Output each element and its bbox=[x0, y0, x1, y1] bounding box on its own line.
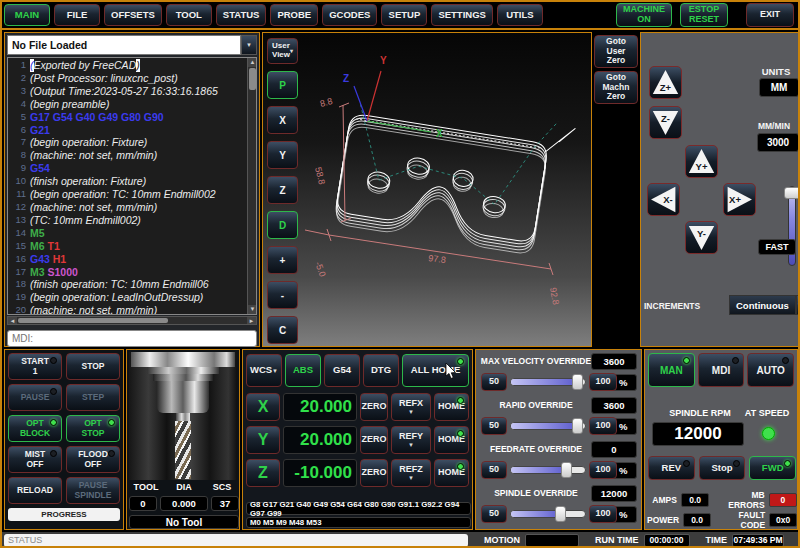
jog-z-plus-button[interactable]: Z+ bbox=[649, 66, 682, 99]
override-min-button[interactable]: 50 bbox=[481, 373, 507, 391]
slider-handle[interactable] bbox=[572, 374, 583, 390]
override-min-button[interactable]: 50 bbox=[481, 461, 507, 479]
slider-handle[interactable] bbox=[555, 506, 566, 522]
pause-spindle-button[interactable]: PAUSE SPINDLE bbox=[66, 477, 120, 504]
start-1-button[interactable]: START 1 bbox=[8, 353, 62, 380]
increments-dropdown-button[interactable]: ▼ bbox=[796, 295, 800, 315]
auto-mode-button[interactable]: AUTO bbox=[747, 353, 794, 387]
override-max-button[interactable]: 100 bbox=[589, 417, 617, 435]
override-max-button[interactable]: 100 bbox=[589, 505, 617, 523]
menu-tab-setup[interactable]: SETUP bbox=[381, 4, 427, 26]
jog-y-plus-button[interactable]: Y+ bbox=[685, 145, 718, 178]
refz-button[interactable]: REFZ▼ bbox=[391, 459, 431, 487]
zero-y-button[interactable]: ZERO bbox=[360, 426, 388, 454]
override-slider[interactable] bbox=[510, 466, 586, 474]
line-number: 9 bbox=[9, 162, 26, 175]
zero-x-button[interactable]: ZERO bbox=[360, 393, 388, 421]
home-z-button[interactable]: HOME bbox=[434, 459, 469, 487]
scroll-up-icon[interactable]: ▲ bbox=[248, 58, 257, 67]
g54-button[interactable]: G54 bbox=[324, 354, 360, 387]
jog-x-minus-button[interactable]: X- bbox=[647, 183, 680, 216]
refx-button[interactable]: REFX▼ bbox=[391, 393, 431, 421]
menu-tab-tool[interactable]: TOOL bbox=[166, 4, 212, 26]
view-button-d[interactable]: D bbox=[267, 211, 298, 239]
increments-label: INCREMENTS bbox=[644, 301, 714, 311]
override-max-button[interactable]: 100 bbox=[589, 373, 617, 391]
dtg-button[interactable]: DTG bbox=[363, 354, 399, 387]
estop-reset-button[interactable]: ESTOP RESET bbox=[680, 3, 728, 27]
refy-button[interactable]: REFY▼ bbox=[391, 426, 431, 454]
opt-block-button[interactable]: OPT BLOCK bbox=[8, 415, 62, 442]
mist-off-button[interactable]: MIST OFF bbox=[8, 446, 62, 473]
override-max-button[interactable]: 100 bbox=[589, 461, 617, 479]
slider-handle[interactable] bbox=[572, 418, 583, 434]
menu-tab-utils[interactable]: UTILS bbox=[497, 4, 543, 26]
exit-button[interactable]: EXIT bbox=[746, 3, 794, 27]
jog-z-minus-button[interactable]: Z- bbox=[649, 106, 682, 139]
menu-tab-probe[interactable]: PROBE bbox=[270, 4, 318, 26]
machine-on-button[interactable]: MACHINE ON bbox=[616, 3, 672, 27]
spindle-fwd-button[interactable]: FWD bbox=[749, 456, 796, 480]
slider-handle[interactable] bbox=[784, 187, 800, 199]
all-home-button[interactable]: ALL HOME bbox=[402, 354, 469, 387]
axis-y-button[interactable]: Y bbox=[246, 426, 280, 454]
override-label: FEEDRATE OVERRIDE bbox=[478, 444, 594, 454]
override-min-button[interactable]: 50 bbox=[481, 505, 507, 523]
scroll-down-icon[interactable]: ▼ bbox=[248, 305, 257, 314]
view-button-x[interactable]: X bbox=[267, 106, 298, 134]
spindle-stop-button[interactable]: Stop bbox=[699, 456, 746, 480]
axis-z-button[interactable]: Z bbox=[246, 459, 280, 487]
menu-tab-gcodes[interactable]: GCODES bbox=[322, 4, 377, 26]
flood-off-button[interactable]: FLOOD OFF bbox=[66, 446, 120, 473]
override-slider[interactable] bbox=[510, 422, 586, 430]
home-x-button[interactable]: HOME bbox=[434, 393, 469, 421]
view-button-z[interactable]: Z bbox=[267, 176, 298, 204]
scroll-right-icon[interactable]: ► bbox=[247, 317, 256, 324]
gcode-preview-panel[interactable]: X Y Z 8.8 58.8 -5.0 97.8 92.8 User View▾… bbox=[262, 32, 592, 347]
wcs-button[interactable]: WCS▼ bbox=[246, 354, 282, 387]
mdi-mode-button[interactable]: MDI bbox=[698, 353, 745, 387]
gcode-vertical-scrollbar[interactable]: ▲ ▼ bbox=[247, 58, 256, 314]
menu-tab-status[interactable]: STATUS bbox=[216, 4, 267, 26]
override-slider[interactable] bbox=[510, 510, 586, 518]
spindle-rev-button[interactable]: REV bbox=[648, 456, 695, 480]
slider-fill bbox=[511, 511, 561, 517]
override-slider[interactable] bbox=[510, 378, 586, 386]
view-button-user-view[interactable]: User View▾ bbox=[267, 38, 298, 64]
increments-select[interactable]: Continuous ▼ bbox=[729, 295, 796, 315]
view-button-minus[interactable]: - bbox=[267, 281, 298, 309]
view-button-c[interactable]: C bbox=[267, 316, 298, 344]
opt-stop-button[interactable]: OPT STOP bbox=[66, 415, 120, 442]
goto-user-zero-button[interactable]: Goto User Zero bbox=[594, 35, 638, 68]
gcode-horizontal-scrollbar[interactable]: ◄ ► bbox=[7, 316, 257, 325]
menu-tab-file[interactable]: FILE bbox=[54, 4, 100, 26]
menu-tab-main[interactable]: MAIN bbox=[4, 4, 50, 26]
goto-machine-zero-button[interactable]: Goto Machn Zero bbox=[594, 71, 638, 104]
file-selector[interactable]: No File Loaded bbox=[7, 35, 241, 55]
override-min-button[interactable]: 50 bbox=[481, 417, 507, 435]
reload-button[interactable]: RELOAD bbox=[8, 477, 62, 504]
axis-x-button[interactable]: X bbox=[246, 393, 280, 421]
jog-x-plus-button[interactable]: X+ bbox=[723, 183, 756, 216]
home-y-button[interactable]: HOME bbox=[434, 426, 469, 454]
pause-button[interactable]: PAUSE bbox=[8, 384, 62, 411]
zero-z-button[interactable]: ZERO bbox=[360, 459, 388, 487]
view-button-y[interactable]: Y bbox=[267, 141, 298, 169]
step-button[interactable]: STEP bbox=[66, 384, 120, 411]
mdi-input[interactable] bbox=[7, 330, 257, 347]
abs-button[interactable]: ABS bbox=[285, 354, 321, 387]
gcode-viewer[interactable]: 1(Exported by FreeCAD)2(Post Processor: … bbox=[7, 57, 257, 315]
view-button-p[interactable]: P bbox=[267, 71, 298, 99]
gcode-line: 8(machine: not set, mm/min) bbox=[9, 149, 246, 162]
man-mode-button[interactable]: MAN bbox=[648, 353, 695, 387]
jog-y-minus-button[interactable]: Y- bbox=[685, 221, 718, 254]
scroll-left-icon[interactable]: ◄ bbox=[8, 317, 17, 324]
file-selector-dropdown-button[interactable]: ▼ bbox=[241, 35, 257, 55]
scrollbar-thumb[interactable] bbox=[249, 68, 256, 90]
menu-tab-settings[interactable]: SETTINGS bbox=[431, 4, 493, 26]
stop-button[interactable]: STOP bbox=[66, 353, 120, 380]
slider-handle[interactable] bbox=[561, 462, 572, 478]
scrollbar-thumb[interactable] bbox=[18, 318, 168, 323]
menu-tab-offsets[interactable]: OFFSETS bbox=[104, 4, 162, 26]
view-button-plus[interactable]: + bbox=[267, 246, 298, 274]
